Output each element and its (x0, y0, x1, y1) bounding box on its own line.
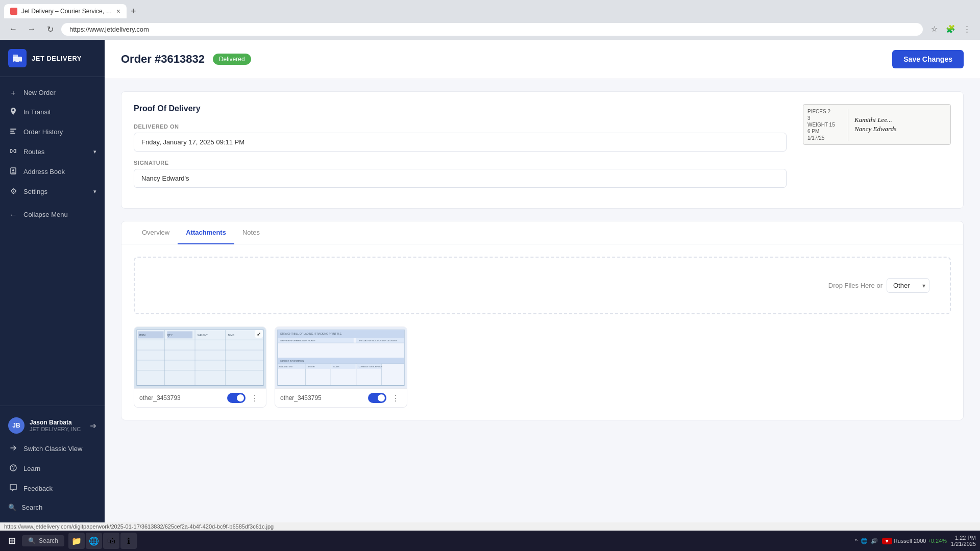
tray-network-icon[interactable]: 🌐 (861, 538, 868, 544)
signout-icon[interactable]: ➜ (90, 421, 96, 431)
sig-left-info: PIECES 2 3 WEIGHT 15 6 PM 1/17/25 (807, 109, 848, 141)
history-icon (8, 127, 18, 137)
user-company: JET DELIVERY, INC (30, 426, 85, 432)
taskbar-search-label: Search (39, 537, 58, 544)
plus-icon: + (8, 88, 18, 97)
extensions-icon[interactable]: 🧩 (943, 22, 958, 36)
svg-point-2 (14, 61, 16, 63)
sidebar-item-switch-classic[interactable]: Switch Classic View (0, 439, 105, 459)
main-scroll-area: Proof Of Delivery DELIVERED ON SIGNATURE… (105, 79, 980, 522)
sidebar-item-new-order[interactable]: + New Order (0, 83, 105, 102)
sidebar-item-feedback[interactable]: Feedback (0, 479, 105, 498)
attachment-menu-button[interactable]: ⋮ (249, 393, 261, 403)
feedback-icon (8, 484, 18, 493)
pod-fields: Proof Of Delivery DELIVERED ON SIGNATURE (134, 104, 787, 196)
svg-text:DIMS: DIMS (228, 334, 235, 337)
svg-text:QTY: QTY (167, 334, 173, 337)
status-badge: Delivered (213, 54, 251, 65)
svg-text:CLASS: CLASS (333, 366, 339, 368)
taskbar-app-store[interactable]: 🛍 (103, 533, 119, 549)
attachment-footer: other_3453793 ⋮ (134, 388, 266, 407)
svg-text:ITEM: ITEM (139, 334, 145, 337)
sidebar-item-collapse[interactable]: ← Collapse Menu (0, 205, 105, 224)
address-bar[interactable] (61, 23, 923, 36)
start-button[interactable]: ⊞ (4, 535, 20, 546)
svg-text:COMMODITY DESCRIPTION: COMMODITY DESCRIPTION (359, 366, 383, 368)
learn-icon: ? (8, 464, 18, 473)
taskbar-search[interactable]: 🔍 Search (22, 535, 64, 546)
taskbar-app-edge[interactable]: 🌐 (86, 533, 102, 549)
refresh-button[interactable]: ↻ (43, 22, 57, 36)
signature-label: SIGNATURE (134, 160, 787, 166)
drop-zone[interactable]: Drop Files Here or OtherPODInvoiceBOL (134, 257, 951, 314)
sidebar-item-order-history[interactable]: Order History (0, 122, 105, 142)
tab-overview[interactable]: Overview (134, 221, 178, 244)
taskbar-app-info[interactable]: ℹ (120, 533, 137, 549)
sidebar-item-label: Settings (23, 188, 47, 195)
svg-text:SPECIAL INSTRUCTIONS ON DELIVE: SPECIAL INSTRUCTIONS ON DELIVERY (359, 339, 397, 342)
menu-icon[interactable]: ⋮ (960, 22, 974, 36)
sidebar-item-routes[interactable]: Routes ▾ (0, 142, 105, 162)
sidebar-item-learn[interactable]: ? Learn (0, 459, 105, 479)
tray-sound-icon[interactable]: 🔊 (871, 538, 878, 544)
sidebar-item-in-transit[interactable]: In Transit (0, 102, 105, 122)
collapse-icon: ← (8, 210, 18, 219)
user-info: Jason Barbata JET DELIVERY, INC (30, 419, 85, 432)
search-icon: 🔍 (8, 504, 16, 511)
svg-point-3 (19, 61, 21, 63)
attachment-preview[interactable]: ITEM QTY WEIGHT DIMS ⤢ (134, 327, 266, 388)
tray-expand-icon[interactable]: ^ (855, 538, 857, 544)
forward-button[interactable]: → (24, 22, 39, 36)
sidebar-item-label: New Order (23, 89, 56, 96)
new-tab-button[interactable]: + (127, 6, 140, 17)
sidebar-item-label: In Transit (23, 108, 51, 116)
browser-tab-active[interactable]: Jet Delivery – Courier Service, Sa... × (4, 4, 127, 18)
expand-icon[interactable]: ⤢ (255, 330, 263, 338)
tab-close-button[interactable]: × (116, 7, 120, 15)
drop-select-wrapper: OtherPODInvoiceBOL (887, 278, 929, 293)
taskbar: ⊞ 🔍 Search 📁 🌐 🛍 ℹ ^ 🌐 🔊 ▼ Russell 2000 … (0, 531, 980, 551)
browser-chrome: Jet Delivery – Courier Service, Sa... × … (0, 0, 980, 40)
sidebar-item-label: Learn (23, 465, 40, 472)
attachment-toggle[interactable] (227, 393, 246, 403)
back-button[interactable]: ← (6, 22, 20, 36)
delivered-on-input[interactable] (134, 133, 787, 152)
svg-text:?: ? (12, 465, 15, 471)
svg-text:HANDLING UNIT: HANDLING UNIT (279, 366, 293, 368)
svg-text:STRAIGHT BILL OF LADING / TRAC: STRAIGHT BILL OF LADING / TRACKING PRINT… (280, 333, 342, 335)
tab-attachments[interactable]: Attachments (178, 221, 234, 244)
taskbar-clock: 1:22 PM 1/21/2025 (951, 535, 976, 547)
bookmark-icon[interactable]: ☆ (927, 22, 941, 36)
attachment-menu-button[interactable]: ⋮ (389, 393, 402, 403)
attachment-preview[interactable]: STRAIGHT BILL OF LADING / TRACKING PRINT… (275, 327, 407, 388)
tab-title: Jet Delivery – Courier Service, Sa... (21, 8, 112, 15)
attachments-grid: ITEM QTY WEIGHT DIMS ⤢ other_3453793 (134, 327, 951, 408)
system-tray: ^ 🌐 🔊 (855, 538, 878, 544)
switch-icon (8, 444, 18, 454)
chevron-down-icon: ▾ (93, 188, 96, 195)
drop-type-select[interactable]: OtherPODInvoiceBOL (887, 278, 929, 293)
sidebar-item-label: Address Book (23, 168, 65, 176)
sidebar-item-settings[interactable]: ⚙ Settings ▾ (0, 182, 105, 201)
save-changes-button[interactable]: Save Changes (892, 50, 964, 68)
stock-value: +0.24% (927, 538, 947, 544)
sidebar-item-address-book[interactable]: Address Book (0, 162, 105, 182)
sidebar-item-search[interactable]: 🔍 Search (0, 498, 105, 516)
svg-text:SHIPPER INFORMATION ON PICKUP: SHIPPER INFORMATION ON PICKUP (280, 339, 315, 342)
tabs-section: Overview Attachments Notes Drop Files He… (121, 221, 964, 420)
svg-rect-5 (10, 131, 14, 132)
stock-badge: ▼ (882, 538, 892, 544)
drop-label: Drop Files Here or (828, 282, 883, 289)
signature-input[interactable] (134, 169, 787, 188)
status-bar: https://www.jetdelivery.com/digitpaperwo… (0, 522, 980, 531)
clock-date: 1/21/2025 (951, 541, 976, 547)
tab-notes[interactable]: Notes (234, 221, 268, 244)
taskbar-app-file-explorer[interactable]: 📁 (68, 533, 85, 549)
attachment-toggle[interactable] (368, 393, 386, 403)
status-url: https://www.jetdelivery.com/digitpaperwo… (4, 523, 274, 530)
delivered-on-label: DELIVERED ON (134, 123, 787, 130)
sidebar: JET DELIVERY + New Order In Transit Orde… (0, 40, 105, 522)
stock-ticker: ▼ Russell 2000 +0.24% (882, 538, 947, 544)
attachment-name: other_3453793 (139, 394, 224, 402)
tab-favicon (10, 8, 17, 15)
